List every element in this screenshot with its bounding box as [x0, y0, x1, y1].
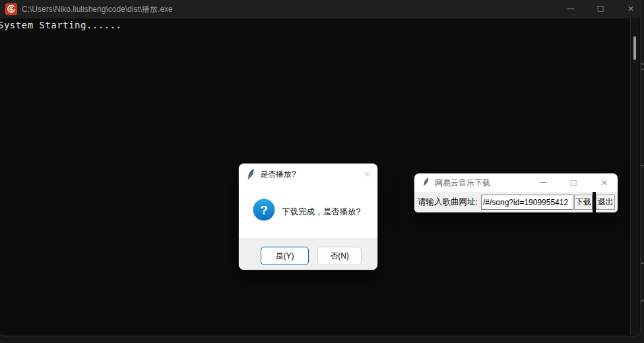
download-window-titlebar[interactable]: 网易云音乐下载 — □ ×	[414, 173, 618, 192]
question-icon: ?	[253, 199, 275, 221]
play-dialog-close-button[interactable]: ×	[356, 164, 377, 185]
exit-button[interactable]: 退出	[596, 195, 615, 210]
console-scrollbar-thumb[interactable]	[633, 36, 636, 60]
console-window-title: C:\Users\Niko.liulisheng\code\dist\播放.ex…	[22, 0, 173, 18]
play-dialog-body: ? 下载完成，是否播放?	[239, 185, 377, 238]
play-dialog-message: 下载完成，是否播放?	[282, 185, 360, 238]
sliver-mark	[641, 165, 643, 166]
console-app-icon	[5, 3, 17, 15]
url-label: 请输入歌曲网址:	[418, 192, 478, 212]
download-minimize-button[interactable]: —	[536, 173, 550, 192]
play-dialog-title: 是否播放?	[260, 164, 296, 185]
sliver-mark	[641, 263, 643, 264]
console-output-text: System Starting......	[0, 20, 122, 30]
console-minimize-button[interactable]: —	[558, 0, 584, 18]
question-mark-glyph: ?	[260, 203, 268, 217]
sliver-mark	[641, 300, 643, 301]
play-dialog-titlebar[interactable]: 是否播放? ×	[239, 164, 377, 185]
play-dialog-footer: 是(Y) 否(N)	[239, 238, 377, 270]
download-button[interactable]: 下载	[574, 195, 593, 210]
screen: C:\Users\Niko.liulisheng\code\dist\播放.ex…	[0, 0, 644, 343]
tk-feather-icon	[423, 177, 430, 189]
console-titlebar[interactable]: C:\Users\Niko.liulisheng\code\dist\播放.ex…	[0, 0, 640, 18]
no-button[interactable]: 否(N)	[317, 247, 362, 265]
download-close-button[interactable]: ×	[596, 173, 612, 192]
console-scrollbar-track[interactable]	[630, 19, 639, 335]
background-window-sliver	[641, 0, 644, 343]
sliver-mark	[641, 69, 643, 70]
download-window: 网易云音乐下载 — □ × 请输入歌曲网址: 下载 退出	[414, 173, 618, 212]
console-close-button[interactable]: ×	[618, 0, 644, 18]
play-dialog: 是否播放? × ? 下载完成，是否播放? 是(Y)	[239, 164, 377, 270]
download-window-title: 网易云音乐下载	[435, 173, 490, 192]
tk-feather-icon	[247, 169, 255, 183]
sliver-mark	[641, 63, 643, 65]
url-input[interactable]	[481, 195, 573, 210]
download-window-body: 请输入歌曲网址: 下载 退出	[414, 192, 618, 212]
console-maximize-button[interactable]: □	[587, 0, 614, 18]
yes-button[interactable]: 是(Y)	[261, 247, 309, 265]
download-maximize-button[interactable]: □	[566, 173, 581, 192]
